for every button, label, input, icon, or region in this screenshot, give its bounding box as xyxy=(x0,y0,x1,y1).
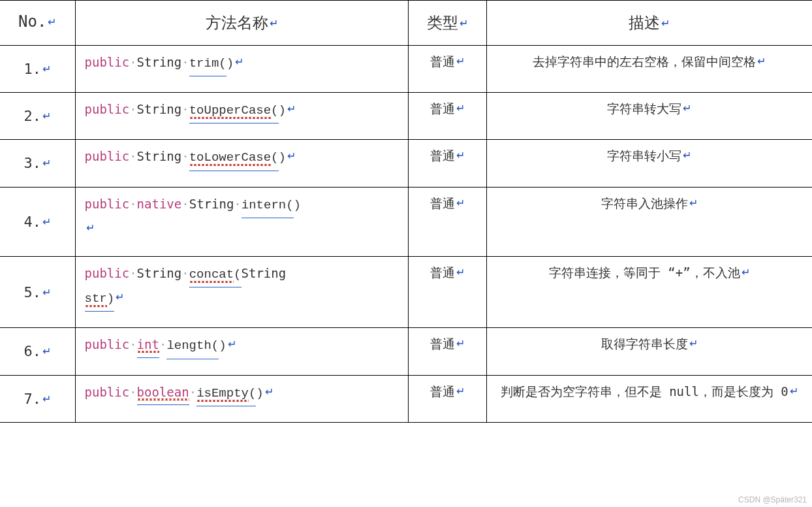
para-mark-icon: ↵ xyxy=(455,267,465,278)
table-row: 6.↵ public·int·length()↵ 普通↵ 取得字符串长度↵ xyxy=(0,328,812,375)
para-mark-icon: ↵ xyxy=(660,18,670,29)
table-row: 2.↵ public·String·toUpperCase()↵ 普通↵ 字符串… xyxy=(0,93,812,140)
para-mark-icon: ↵ xyxy=(268,18,278,29)
methods-table: No.↵ 方法名称↵ 类型↵ 描述↵ 1.↵ public·String·tri… xyxy=(0,0,812,423)
method-signature: public·String·concat(String str)↵ xyxy=(75,256,408,327)
keyword: public xyxy=(85,197,130,211)
keyword: public xyxy=(85,337,130,352)
method-name: intern( xyxy=(242,194,294,218)
header-name: 方法名称↵ xyxy=(75,1,408,46)
para-mark-icon: ↵ xyxy=(455,385,465,397)
space-dot-icon: · xyxy=(129,149,136,163)
watermark: CSDN @Später321 xyxy=(738,495,807,504)
method-type: 普通↵ xyxy=(408,46,486,93)
para-mark-icon: ↵ xyxy=(455,197,465,208)
table-row: 3.↵ public·String·toLowerCase()↵ 普通↵ 字符串… xyxy=(0,140,812,187)
method-type: 普通↵ xyxy=(408,256,486,327)
arg-type: String xyxy=(242,266,287,280)
header-type: 类型↵ xyxy=(408,1,486,46)
method-name: toLowerCase( xyxy=(189,146,279,171)
space-dot-icon: · xyxy=(181,266,189,280)
table-row: 7.↵ public·boolean·isEmpty()↵ 普通↵ 判断是否为空… xyxy=(0,375,812,422)
method-name: toUpperCase( xyxy=(189,99,279,123)
row-no: 7.↵ xyxy=(0,375,75,422)
para-mark-icon: ↵ xyxy=(226,338,236,350)
return-type: boolean xyxy=(137,381,189,405)
method-desc: 字符串转大写↵ xyxy=(486,93,812,140)
table-row: 5.↵ public·String·concat(String str)↵ 普通… xyxy=(0,256,812,327)
return-type: String xyxy=(189,197,234,211)
method-type: 普通↵ xyxy=(408,187,486,256)
method-desc: 取得字符串长度↵ xyxy=(486,328,812,375)
space-dot-icon: · xyxy=(159,337,166,352)
method-name: trim( xyxy=(189,52,226,76)
space-dot-icon: · xyxy=(234,197,241,211)
para-mark-icon: ↵ xyxy=(41,216,51,227)
para-mark-icon: ↵ xyxy=(114,291,124,303)
space-dot-icon: · xyxy=(189,385,196,399)
para-mark-icon: ↵ xyxy=(789,385,798,397)
method-name: length( xyxy=(166,335,219,359)
para-mark-icon: ↵ xyxy=(740,267,750,278)
para-mark-icon: ↵ xyxy=(41,346,51,357)
return-type: String xyxy=(137,149,182,163)
method-desc: 去掉字符串中的左右空格，保留中间空格↵ xyxy=(486,46,812,93)
para-mark-icon: ↵ xyxy=(286,103,296,114)
method-name: isEmpty( xyxy=(196,382,256,406)
method-desc: 字符串连接，等同于 “+”，不入池↵ xyxy=(486,256,812,327)
space-dot-icon: · xyxy=(129,102,136,116)
para-mark-icon: ↵ xyxy=(85,222,95,233)
para-mark-icon: ↵ xyxy=(41,157,51,169)
keyword: public xyxy=(85,102,130,116)
keyword: public xyxy=(85,385,130,399)
keyword: native xyxy=(137,197,182,211)
return-type: String xyxy=(137,266,182,280)
row-no: 4.↵ xyxy=(0,187,75,256)
row-no: 3.↵ xyxy=(0,140,75,187)
para-mark-icon: ↵ xyxy=(41,393,51,404)
table-row: 4.↵ public·native·String·intern() ↵ 普通↵ … xyxy=(0,187,812,256)
return-type: String xyxy=(137,102,182,116)
table-row: 1.↵ public·String·trim()↵ 普通↵ 去掉字符串中的左右空… xyxy=(0,46,812,93)
row-no: 6.↵ xyxy=(0,328,75,375)
space-dot-icon: · xyxy=(129,55,136,69)
para-mark-icon: ↵ xyxy=(681,150,691,161)
para-mark-icon: ↵ xyxy=(234,56,243,67)
return-type: String xyxy=(137,55,182,69)
method-desc: 判断是否为空字符串，但不是 null，而是长度为 0↵ xyxy=(486,375,812,422)
space-dot-icon: · xyxy=(181,55,189,69)
para-mark-icon: ↵ xyxy=(688,338,698,349)
para-mark-icon: ↵ xyxy=(455,56,465,67)
method-name: concat( xyxy=(189,263,242,287)
space-dot-icon: · xyxy=(129,385,136,399)
header-desc: 描述↵ xyxy=(486,1,812,46)
para-mark-icon: ↵ xyxy=(264,386,273,397)
method-signature: public·boolean·isEmpty()↵ xyxy=(75,375,408,422)
space-dot-icon: · xyxy=(129,266,136,280)
method-signature: public·String·trim()↵ xyxy=(75,46,408,93)
space-dot-icon: · xyxy=(181,149,189,163)
header-no: No.↵ xyxy=(0,1,75,46)
method-desc: 字符串入池操作↵ xyxy=(486,187,812,256)
return-type: int xyxy=(137,333,159,357)
para-mark-icon: ↵ xyxy=(41,110,51,122)
method-type: 普通↵ xyxy=(408,375,486,422)
para-mark-icon: ↵ xyxy=(286,150,296,161)
method-signature: public·native·String·intern() ↵ xyxy=(75,187,408,256)
space-dot-icon: · xyxy=(181,102,189,116)
method-signature: public·String·toLowerCase()↵ xyxy=(75,140,408,187)
arg-name: str) xyxy=(85,287,115,312)
keyword: public xyxy=(85,55,130,69)
space-dot-icon: · xyxy=(129,197,136,211)
space-dot-icon: · xyxy=(129,337,136,352)
space-dot-icon: · xyxy=(181,197,189,211)
para-mark-icon: ↵ xyxy=(756,56,766,67)
para-mark-icon: ↵ xyxy=(455,150,465,161)
para-mark-icon: ↵ xyxy=(458,18,468,29)
method-type: 普通↵ xyxy=(408,140,486,187)
row-no: 1.↵ xyxy=(0,46,75,93)
para-mark-icon: ↵ xyxy=(41,287,51,298)
para-mark-icon: ↵ xyxy=(41,63,51,74)
method-desc: 字符串转小写↵ xyxy=(486,140,812,187)
para-mark-icon: ↵ xyxy=(455,338,465,349)
